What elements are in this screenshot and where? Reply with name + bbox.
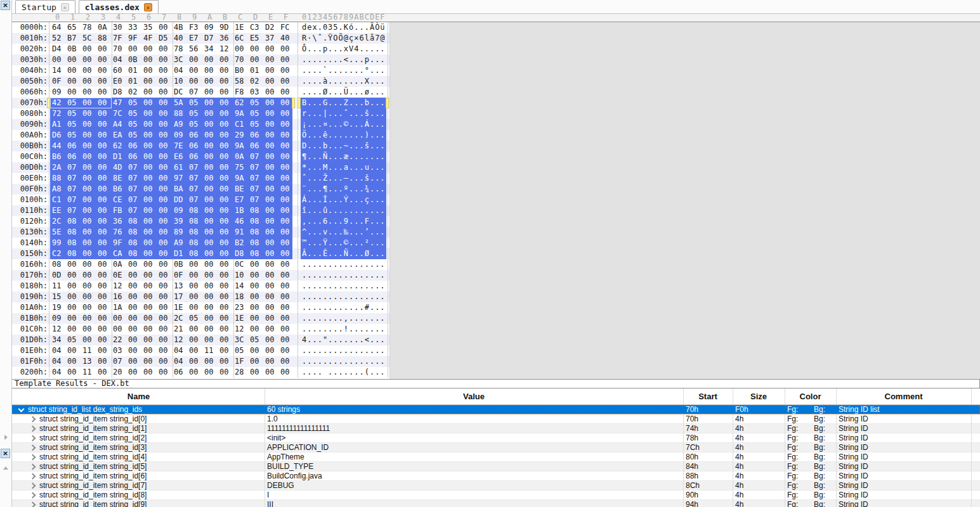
hex-byte[interactable]: 09 <box>52 313 67 324</box>
hex-byte[interactable]: 08 <box>128 216 143 227</box>
hex-row[interactable]: 0170h:0D0000000E0000000F00000010000000..… <box>12 270 389 281</box>
hex-bytes[interactable]: 04001100200000000600000028000000 <box>50 367 292 378</box>
hex-byte[interactable]: 00 <box>159 302 174 313</box>
hex-row[interactable]: 0100h:C1070000CE070000DD070000E7070000Á.… <box>12 195 389 205</box>
hex-byte[interactable]: 00 <box>219 195 235 205</box>
hex-bytes[interactable]: A8070000B6070000BA070000BE070000 <box>50 184 292 195</box>
hex-byte[interactable]: A8 <box>52 184 67 195</box>
hex-byte[interactable]: 00 <box>204 184 219 195</box>
hex-byte[interactable]: 11 <box>82 367 98 378</box>
hex-byte[interactable]: 13 <box>174 281 189 292</box>
hex-byte[interactable]: 07 <box>67 173 82 184</box>
hex-byte[interactable]: 12 <box>219 44 235 55</box>
hex-byte[interactable]: 00 <box>265 270 280 281</box>
hex-byte[interactable]: 00 <box>98 151 113 162</box>
hex-byte[interactable]: B6 <box>113 184 128 195</box>
hex-byte[interactable]: 00 <box>265 195 280 205</box>
hex-byte[interactable]: 13 <box>82 356 98 367</box>
hex-byte[interactable]: 75 <box>235 162 250 173</box>
hex-byte[interactable]: 0E <box>113 270 128 281</box>
hex-byte[interactable]: 0A <box>98 22 113 33</box>
hex-ascii[interactable]: î...û........... <box>301 205 386 216</box>
hex-byte[interactable]: 00 <box>280 55 296 65</box>
hex-byte[interactable]: 00 <box>250 270 265 281</box>
hex-byte[interactable]: 00 <box>98 55 113 65</box>
hex-byte[interactable]: 00 <box>159 151 174 162</box>
hex-byte[interactable]: D1 <box>174 248 189 259</box>
hex-byte[interactable]: 00 <box>265 162 280 173</box>
hex-byte[interactable]: 07 <box>128 195 143 205</box>
hex-byte[interactable]: 00 <box>204 367 219 378</box>
hex-byte[interactable]: 00 <box>204 141 219 151</box>
hex-byte[interactable]: 15 <box>52 292 67 302</box>
chevron-right-icon[interactable] <box>4 435 8 440</box>
hex-ascii[interactable]: ........!....... <box>301 324 386 335</box>
hex-ascii[interactable]: Â...Ê...Ñ...Ø... <box>301 248 386 259</box>
hex-byte[interactable]: 00 <box>219 87 235 98</box>
hex-ascii[interactable]: ™...Ÿ...©...²... <box>301 238 386 248</box>
hex-byte[interactable]: 00 <box>219 184 235 195</box>
hex-byte[interactable]: 00 <box>128 335 143 345</box>
hex-byte[interactable]: EA <box>113 130 128 141</box>
hex-ascii[interactable]: ................ <box>301 356 386 367</box>
hex-byte[interactable]: 00 <box>219 65 235 76</box>
hex-byte[interactable]: 01 <box>128 65 143 76</box>
hex-byte[interactable]: 09 <box>52 87 67 98</box>
hex-byte[interactable]: 00 <box>143 130 159 141</box>
hex-byte[interactable]: D6 <box>52 130 67 141</box>
hex-byte[interactable]: 89 <box>174 227 189 238</box>
hex-byte[interactable]: 05 <box>128 98 143 108</box>
hex-ascii[interactable]: Ö...ê.......)... <box>301 130 386 141</box>
hex-byte[interactable]: 00 <box>82 335 98 345</box>
hex-byte[interactable]: 16 <box>113 292 128 302</box>
hex-byte[interactable]: 2C <box>174 313 189 324</box>
hex-byte[interactable]: 00 <box>159 119 174 130</box>
hex-byte[interactable]: 00 <box>98 108 113 119</box>
hex-byte[interactable]: 00 <box>128 345 143 356</box>
hex-byte[interactable]: 00 <box>143 216 159 227</box>
hex-ascii[interactable]: dex.035.Kó...ÃÒü <box>301 22 386 33</box>
hex-byte[interactable]: 05 <box>128 119 143 130</box>
hex-byte[interactable]: 1A <box>113 302 128 313</box>
hex-byte[interactable]: D8 <box>235 248 250 259</box>
hex-byte[interactable]: 00 <box>219 141 235 151</box>
hex-byte[interactable]: 40 <box>280 33 296 44</box>
hex-byte[interactable]: 00 <box>143 345 159 356</box>
hex-byte[interactable]: 99 <box>52 238 67 248</box>
hex-byte[interactable]: 00 <box>250 345 265 356</box>
hex-byte[interactable]: 00 <box>280 324 296 335</box>
hex-bytes[interactable]: 880700008E070000970700009A070000 <box>50 173 292 184</box>
hex-row[interactable]: 00D0h:2A0700004D0700006107000075070000*.… <box>12 162 389 173</box>
hex-byte[interactable]: 08 <box>128 248 143 259</box>
hex-byte[interactable]: 00 <box>204 130 219 141</box>
hex-byte[interactable]: 00 <box>82 98 98 108</box>
column-header-start[interactable]: Start <box>683 388 733 404</box>
hex-row[interactable]: 0120h:2C080000360800003908000046080000,.… <box>12 216 389 227</box>
hex-byte[interactable]: 00 <box>219 98 235 108</box>
hex-byte[interactable]: 00 <box>204 270 219 281</box>
hex-byte[interactable]: 00 <box>189 259 204 270</box>
hex-byte[interactable]: 09 <box>204 22 219 33</box>
hex-byte[interactable]: 00 <box>265 65 280 76</box>
hex-byte[interactable]: 07 <box>189 184 204 195</box>
hex-byte[interactable]: 06 <box>189 141 204 151</box>
hex-byte[interactable]: 08 <box>52 259 67 270</box>
hex-byte[interactable]: D2 <box>265 22 280 33</box>
hex-byte[interactable]: 0A <box>235 151 250 162</box>
hex-byte[interactable]: 00 <box>265 98 280 108</box>
hex-ascii[interactable]: ................ <box>301 292 386 302</box>
hex-byte[interactable]: 00 <box>159 44 174 55</box>
hex-byte[interactable]: 00 <box>159 205 174 216</box>
hex-byte[interactable]: 00 <box>82 184 98 195</box>
hex-ascii[interactable]: ........,....... <box>301 313 386 324</box>
hex-byte[interactable]: 00 <box>98 367 113 378</box>
hex-row[interactable]: 0110h:EE070000FB070000090800001B080000î.… <box>12 205 389 216</box>
column-header-value[interactable]: Value <box>265 388 683 404</box>
hex-byte[interactable]: 9F <box>113 238 128 248</box>
hex-byte[interactable]: 0B <box>67 44 82 55</box>
hex-byte[interactable]: E7 <box>235 195 250 205</box>
hex-byte[interactable]: 23 <box>235 302 250 313</box>
hex-byte[interactable]: 00 <box>265 302 280 313</box>
hex-byte[interactable]: 40 <box>174 33 189 44</box>
hex-byte[interactable]: 17 <box>174 292 189 302</box>
